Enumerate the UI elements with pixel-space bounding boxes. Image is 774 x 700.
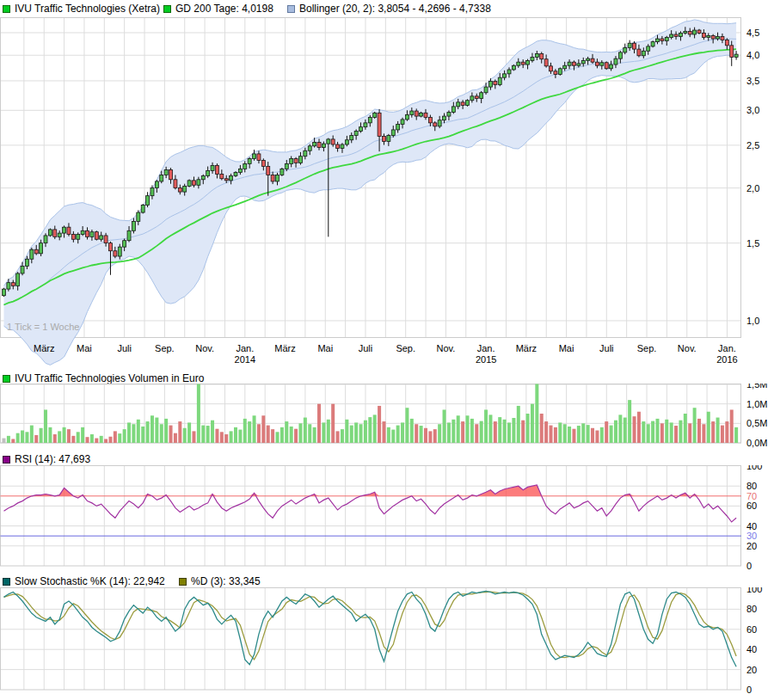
svg-text:Juli: Juli xyxy=(599,343,614,353)
legend-item-rsi: RSI (14): 47,693 xyxy=(3,453,90,465)
legend-item-bollinger: Bollinger (20, 2): 3,8054 - 4,2696 - 4,7… xyxy=(287,3,491,15)
legend-label-rsi: RSI (14): 47,693 xyxy=(15,453,90,465)
volume-chart[interactable]: 1,5M1,0M0,5M0,0M xyxy=(0,384,774,449)
svg-text:40: 40 xyxy=(746,644,757,654)
svg-text:Juli: Juli xyxy=(117,343,132,353)
legend-item-stoch-k: Slow Stochastic %K (14): 22,942 xyxy=(3,575,165,587)
svg-text:4,5: 4,5 xyxy=(746,28,759,38)
gd200-swatch-icon xyxy=(163,5,171,13)
svg-text:0,0M: 0,0M xyxy=(746,438,767,448)
svg-text:100: 100 xyxy=(746,587,762,594)
svg-text:60: 60 xyxy=(746,624,757,635)
svg-text:20: 20 xyxy=(746,541,757,551)
svg-text:Jan.: Jan. xyxy=(236,343,254,353)
legend-stochastic: Slow Stochastic %K (14): 22,942 %D (3): … xyxy=(0,575,774,588)
svg-text:30: 30 xyxy=(746,531,757,541)
volume-swatch-icon xyxy=(3,375,10,383)
rsi-axis-labels: 1008070604030200 xyxy=(746,465,762,571)
x-axis-labels: MärzMaiJuliSep.Nov.Jan.MärzMaiJuliSep.No… xyxy=(34,343,738,365)
svg-text:1 Tick = 1 Woche: 1 Tick = 1 Woche xyxy=(7,322,79,332)
legend-rsi: RSI (14): 47,693 xyxy=(0,453,774,466)
svg-text:1,5: 1,5 xyxy=(746,238,759,249)
legend-main: IVU Traffic Technologies (Xetra) GD 200 … xyxy=(0,3,774,15)
price-axis-labels: 4,54,03,53,02,52,01,51,0 xyxy=(746,28,759,326)
svg-text:Jan.: Jan. xyxy=(718,343,736,353)
stochastic-chart[interactable]: 100806040200 xyxy=(0,587,774,696)
legend-item-gd200: GD 200 Tage: 4,0198 xyxy=(163,3,273,15)
svg-text:März: März xyxy=(516,343,537,353)
legend-item-stoch-d: %D (3): 33,345 xyxy=(179,575,261,587)
stoch-frame xyxy=(1,588,741,691)
stoch-d-swatch-icon xyxy=(179,578,187,586)
svg-text:2,0: 2,0 xyxy=(746,183,759,193)
svg-text:20: 20 xyxy=(746,665,757,675)
svg-text:2016: 2016 xyxy=(716,354,737,365)
svg-text:Nov.: Nov. xyxy=(195,343,214,353)
svg-text:1,0M: 1,0M xyxy=(746,399,767,409)
svg-text:80: 80 xyxy=(746,604,757,614)
stoch-k-swatch-icon xyxy=(3,578,10,586)
legend-label-bollinger: Bollinger (20, 2): 3,8054 - 4,2696 - 4,7… xyxy=(299,3,491,15)
svg-text:40: 40 xyxy=(746,521,757,531)
svg-text:2,5: 2,5 xyxy=(746,140,759,150)
svg-text:0: 0 xyxy=(746,561,752,571)
svg-text:2014: 2014 xyxy=(235,354,255,365)
volume-bars xyxy=(3,384,739,444)
volume-axis-labels: 1,5M1,0M0,5M0,0M xyxy=(746,384,767,448)
tick-note: 1 Tick = 1 Woche xyxy=(7,322,79,332)
stoch-axis-labels: 100806040200 xyxy=(746,587,762,695)
legend-label-price-series: IVU Traffic Technologies (Xetra) xyxy=(15,3,160,15)
svg-text:70: 70 xyxy=(746,491,757,501)
stoch-grid xyxy=(1,588,742,691)
rsi-frame xyxy=(1,466,741,567)
svg-text:Nov.: Nov. xyxy=(437,343,456,353)
svg-text:Juli: Juli xyxy=(359,343,373,353)
rsi-swatch-icon xyxy=(3,456,10,464)
svg-text:Mai: Mai xyxy=(559,343,574,353)
price-chart[interactable]: 4,54,03,53,02,52,01,51,0MärzMaiJuliSep.N… xyxy=(0,17,774,371)
svg-text:2015: 2015 xyxy=(476,354,496,365)
svg-text:3,5: 3,5 xyxy=(746,76,759,86)
price-series-swatch-icon xyxy=(3,5,10,13)
svg-text:Mai: Mai xyxy=(77,343,92,353)
svg-text:1,5M: 1,5M xyxy=(746,384,767,390)
svg-text:100: 100 xyxy=(746,465,762,471)
svg-text:80: 80 xyxy=(746,481,757,491)
svg-text:Nov.: Nov. xyxy=(678,343,697,353)
rsi-chart[interactable]: 1008070604030200 xyxy=(0,465,774,572)
svg-text:Sep.: Sep. xyxy=(637,343,657,353)
svg-text:1,0: 1,0 xyxy=(746,316,759,326)
legend-item-price-series: IVU Traffic Technologies (Xetra) xyxy=(3,3,160,15)
svg-text:Jan.: Jan. xyxy=(477,343,495,353)
svg-text:März: März xyxy=(34,343,54,353)
legend-label-volume: IVU Traffic Technologies Volumen in Euro xyxy=(15,372,204,384)
svg-text:Sep.: Sep. xyxy=(396,343,415,353)
svg-text:0,5M: 0,5M xyxy=(746,418,767,428)
svg-text:Sep.: Sep. xyxy=(155,343,175,353)
svg-text:März: März xyxy=(274,343,295,353)
legend-label-stoch-k: Slow Stochastic %K (14): 22,942 xyxy=(15,575,165,587)
svg-text:60: 60 xyxy=(746,500,757,511)
svg-text:0: 0 xyxy=(746,685,752,695)
legend-label-stoch-d: %D (3): 33,345 xyxy=(191,575,261,587)
bollinger-swatch-icon xyxy=(287,5,295,13)
legend-label-gd200: GD 200 Tage: 4,0198 xyxy=(175,3,273,15)
svg-text:4,0: 4,0 xyxy=(746,50,759,60)
stock-chart-panel: IVU Traffic Technologies (Xetra) GD 200 … xyxy=(0,0,774,700)
svg-text:3,0: 3,0 xyxy=(746,105,759,115)
legend-item-volume: IVU Traffic Technologies Volumen in Euro xyxy=(3,372,204,384)
svg-text:Mai: Mai xyxy=(317,343,333,353)
rsi-grid xyxy=(1,466,742,567)
